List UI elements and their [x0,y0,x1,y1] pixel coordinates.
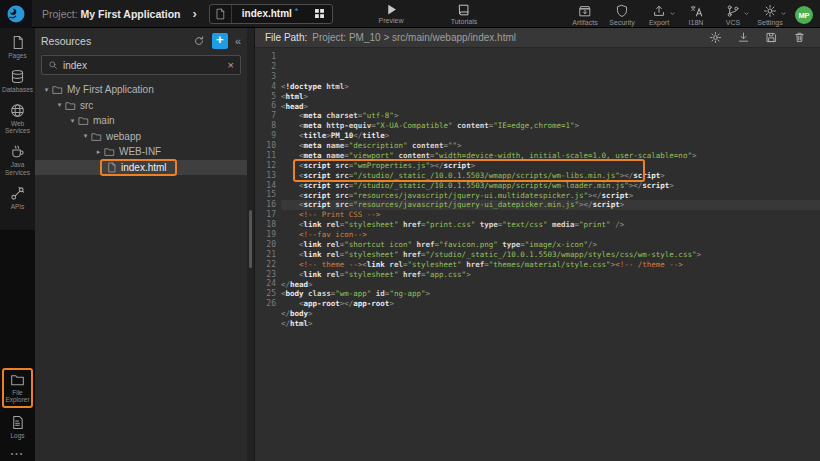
open-file-tab[interactable]: index.html * [209,4,334,24]
i18n-button[interactable]: I18N [680,1,712,26]
tutorials-button[interactable]: Tutorials [437,3,491,25]
save-file-button[interactable] [765,31,778,44]
sidebar-item-label: Logs [10,432,24,440]
resource-search-box: × [41,55,241,75]
scrollbar-thumb[interactable] [249,210,252,268]
tree-down-arrow-icon[interactable]: ▾ [54,101,65,109]
sidebar-item-java-services[interactable]: Java Services [0,144,35,177]
tutorials-label: Tutorials [451,18,478,25]
tree-item-index-html[interactable]: index.html [35,160,247,176]
tree-item-main[interactable]: ▾main [35,113,247,129]
sidebar-item-label: Pages [8,52,26,60]
search-input[interactable] [63,60,223,71]
code-line: <meta charset="utf-8"> [281,111,820,121]
artifacts-button[interactable]: Artifacts [569,1,601,26]
book-icon [457,3,471,17]
delete-file-button[interactable] [793,31,806,44]
code-line: <title>PM_10</title> [281,131,820,141]
resources-title: Resources [41,35,186,47]
tree-item-label: main [93,115,115,126]
file-icon [106,162,117,173]
editor-settings-button[interactable] [709,31,722,44]
sidebar-item-label: Java Services [0,161,35,177]
resources-header: Resources + « [35,28,247,54]
project-name: My First Application [81,8,181,20]
file-tree: ▾My First Application▾src▾main▾webapp▸WE… [35,82,247,461]
vcs-icon [726,4,740,18]
sidebar-item-logs[interactable]: Logs [0,415,35,440]
preview-button[interactable]: Preview [364,3,418,24]
file-path-label: File Path: [265,32,307,43]
tree-item-my-first-application[interactable]: ▾My First Application [35,82,247,98]
avatar[interactable]: MP [795,6,813,24]
folder-icon [78,115,89,126]
vcs-button[interactable]: VCS [717,1,749,26]
export-button[interactable]: Export [643,1,675,26]
sidebar-item-file-explorer[interactable]: File Explorer [2,368,33,409]
sidebar-item-pages[interactable]: Pages [0,35,35,60]
selection-highlight-box: index.html [100,159,177,176]
tree-item-src[interactable]: ▾src [35,98,247,114]
sidebar-item-label: Web Services [0,120,35,136]
code-area[interactable]: 1234567891011121314151617181920212223242… [255,48,820,461]
project-breadcrumb: Project: My First Application [42,8,180,20]
wavemaker-logo-icon [6,4,26,24]
tree-item-label: index.html [121,162,167,173]
code-lines: <!doctype html><html><head> <meta charse… [281,52,820,461]
sidebar-item-label: File Explorer [4,389,31,405]
file-path-value: Project: PM_10 > src/main/webapp/index.h… [312,32,516,43]
code-line: </head> [281,280,820,290]
settings-icon [763,4,777,18]
code-line: <meta name="description" content=""> [281,141,820,151]
file-icon [210,5,232,23]
more-options-icon[interactable]: ••• [0,450,35,461]
panel-splitter[interactable] [247,28,255,461]
resources-panel: Resources + « × ▾My First Application▾sr… [35,28,247,461]
code-line: <link rel="stylesheet" href="app.css"> [281,270,820,280]
logs-icon [10,415,25,430]
code-line: <meta name="viewport" content="width=dev… [281,151,820,161]
collapse-panel-icon[interactable]: « [235,35,241,47]
code-line: <!doctype html> [281,82,820,92]
java-icon [10,144,25,159]
folder-icon [10,372,25,387]
folder-icon [52,84,63,95]
topbar-actions: ArtifactsSecurityExportI18NVCSSettings M… [569,1,820,26]
folder-icon [91,131,102,142]
code-line: <link rel="stylesheet" href="print.css" … [281,220,820,230]
web-icon [10,103,25,118]
sidebar-item-web-services[interactable]: Web Services [0,103,35,136]
pages-icon [10,35,25,50]
settings-button[interactable]: Settings [754,1,786,26]
tree-down-arrow-icon[interactable]: ▾ [67,117,78,125]
code-editor: File Path: Project: PM_10 > src/main/web… [255,28,820,461]
code-line: <!-- theme --><link rel="stylesheet" hre… [281,260,820,270]
code-line: <script src="resources/javascript/jquery… [281,200,820,210]
code-line: <link rel="shortcut icon" href="favicon.… [281,240,820,250]
line-numbers: 1234567891011121314151617181920212223242… [255,52,281,461]
chevron-right-icon: › [192,6,196,21]
top-bar: Project: My First Application › index.ht… [0,0,820,28]
tree-item-webapp[interactable]: ▾webapp [35,129,247,145]
refresh-icon[interactable] [193,35,205,47]
wavemaker-logo[interactable] [0,0,32,28]
tree-down-arrow-icon[interactable]: ▾ [80,132,91,140]
sidebar-item-apis[interactable]: APIs [0,186,35,211]
artifacts-label: Artifacts [572,19,597,26]
sidebar-item-label: APIs [11,203,25,211]
clear-search-icon[interactable]: × [228,59,234,71]
tree-item-web-inf[interactable]: ▸WEB-INF [35,144,247,160]
tree-down-arrow-icon[interactable]: ▾ [41,86,52,94]
code-line: <script src="/studio/_static_/10.0.1.550… [281,181,820,191]
code-line: <html> [281,92,820,102]
artifacts-icon [578,4,592,18]
add-resource-button[interactable]: + [212,33,228,49]
sidebar-item-databases[interactable]: Databases [0,69,35,94]
download-file-button[interactable] [737,31,750,44]
code-line [281,329,820,339]
i18n-label: I18N [689,19,704,26]
security-button[interactable]: Security [606,1,638,26]
grid-icon[interactable] [306,5,332,23]
tree-right-arrow-icon[interactable]: ▸ [93,148,104,156]
tree-item-label: webapp [106,131,141,142]
